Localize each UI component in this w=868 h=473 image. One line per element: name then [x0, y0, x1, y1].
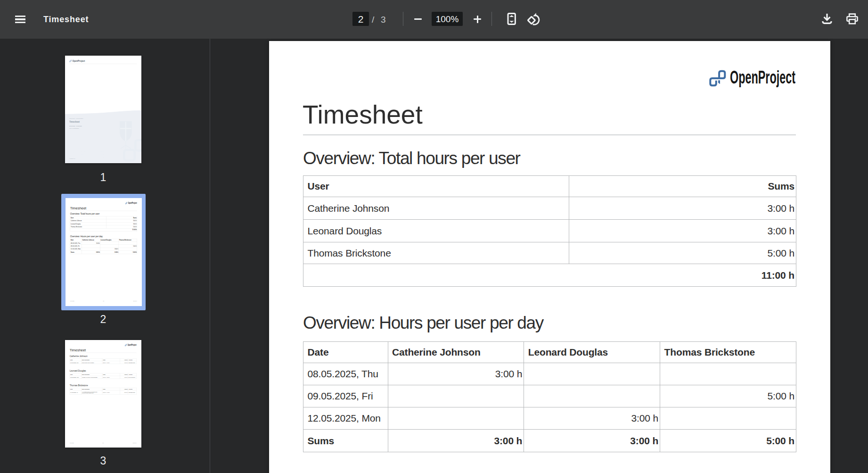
svg-text:OpenProject: OpenProject [730, 67, 795, 87]
svg-text:OpenProject: OpenProject [128, 201, 137, 204]
svg-text:OpenProject: OpenProject [128, 343, 137, 346]
